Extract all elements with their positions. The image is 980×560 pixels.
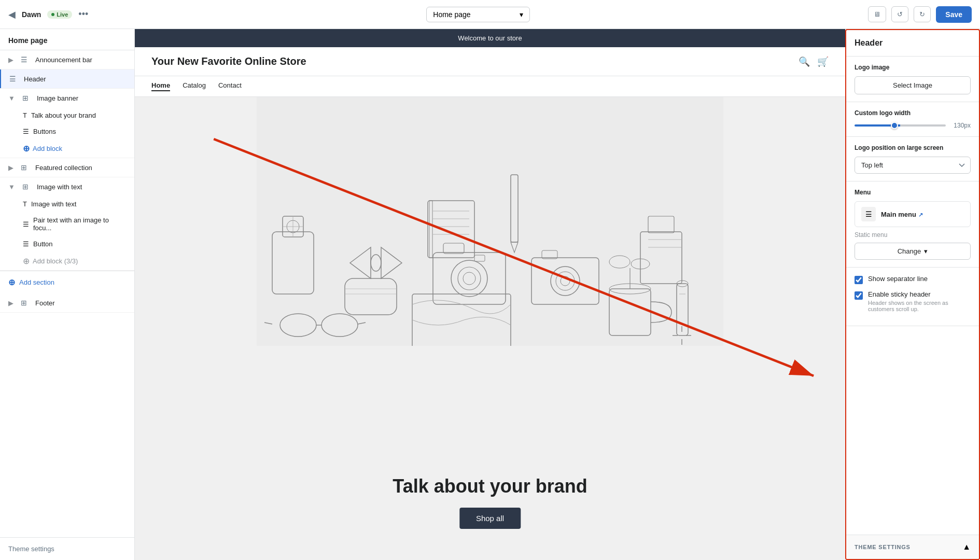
- add-section-button[interactable]: ⊕ Add section: [0, 271, 134, 293]
- sidebar-subitem-buttons[interactable]: ☰ Buttons: [0, 123, 134, 139]
- hero-illustration: [135, 97, 845, 346]
- sidebar-item-image-text[interactable]: ▼ ⊞ Image with text: [0, 177, 134, 196]
- sidebar-featured-label: Featured collection: [35, 164, 92, 172]
- sidebar-subitem-talk[interactable]: T Talk about your brand: [0, 107, 134, 123]
- featured-icon: ⊞: [21, 163, 30, 172]
- cart-icon[interactable]: 🛒: [817, 56, 829, 67]
- grid-icon-header: ☰: [9, 75, 19, 83]
- sidebar-button-label: Button: [33, 240, 53, 248]
- canvas: Welcome to our store Your New Favorite O…: [135, 29, 845, 560]
- sidebar-item-image-banner[interactable]: ▼ ⊞ Image banner: [0, 89, 134, 107]
- hero-section: Talk about your brand Shop all: [135, 97, 845, 560]
- show-separator-checkbox[interactable]: [855, 276, 863, 284]
- store-nav: Home Catalog Contact: [135, 76, 845, 97]
- logo-width-slider[interactable]: [855, 124, 946, 127]
- logo-position-label: Logo position on large screen: [855, 144, 971, 151]
- grid-icon: ☰: [21, 55, 30, 64]
- sidebar-section-featured: ▶ ⊞ Featured collection: [0, 158, 134, 177]
- add-block-disabled-button: ⊕ Add block (3/3): [0, 252, 134, 270]
- chevron-down-change: ▾: [924, 247, 928, 255]
- sidebar-section-image-text: ▼ ⊞ Image with text T Image with text ☰ …: [0, 177, 134, 271]
- topbar-left: ◀ Dawn Live •••: [8, 9, 88, 20]
- sidebar: Home page ▶ ☰ Announcement bar ☰ Header …: [0, 29, 135, 560]
- expand-down-icon-text: ▼: [8, 183, 15, 191]
- panel-title: Header: [846, 30, 979, 57]
- store-header: Your New Favorite Online Store 🔍 🛒: [135, 47, 845, 76]
- sidebar-footer-label: Footer: [35, 299, 55, 307]
- sidebar-section-footer: ▶ ⊞ Footer: [0, 293, 134, 313]
- panel-logo-position-section: Logo position on large screen Top left T…: [846, 137, 979, 181]
- sidebar-image-text-block-label: Image with text: [31, 200, 76, 208]
- buttons-icon: ☰: [23, 128, 29, 135]
- logo-width-value: 130px: [950, 122, 971, 129]
- search-icon[interactable]: 🔍: [799, 56, 810, 67]
- main-menu-info: Main menu ↗: [881, 211, 923, 218]
- save-button[interactable]: Save: [936, 6, 972, 23]
- nav-contact[interactable]: Contact: [218, 81, 242, 91]
- sidebar-item-label: Announcement bar: [35, 56, 92, 64]
- external-link-icon[interactable]: ↗: [918, 212, 923, 218]
- topbar-center: Home page ▾: [426, 7, 530, 22]
- plus-icon: ⊕: [23, 144, 30, 153]
- plus-icon-disabled: ⊕: [23, 256, 30, 266]
- svg-rect-0: [257, 97, 723, 346]
- enable-sticky-checkbox[interactable]: [855, 291, 863, 300]
- desktop-view-button[interactable]: 🖥: [868, 6, 886, 22]
- panel-logo-section: Logo image Select Image: [846, 57, 979, 102]
- add-section-label: Add section: [19, 278, 54, 286]
- list-icon: ☰: [23, 220, 29, 228]
- theme-settings-link[interactable]: Theme settings: [0, 537, 134, 560]
- change-button[interactable]: Change ▾: [855, 243, 971, 260]
- sidebar-image-banner-label: Image banner: [37, 94, 78, 102]
- hero-overlay: Talk about your brand Shop all: [393, 475, 587, 529]
- text-icon2: T: [23, 200, 27, 208]
- back-button[interactable]: ◀: [8, 9, 16, 20]
- footer-icon: ⊞: [21, 299, 30, 307]
- chevron-down-icon: ▾: [520, 10, 523, 19]
- sidebar-image-text-label: Image with text: [37, 183, 82, 191]
- sidebar-header-label: Header: [24, 75, 46, 83]
- sidebar-title: Home page: [0, 29, 134, 50]
- enable-sticky-row: Enable sticky header Header shows on the…: [855, 290, 971, 312]
- more-button[interactable]: •••: [78, 9, 88, 20]
- nav-home[interactable]: Home: [151, 81, 170, 91]
- announcement-text: Welcome to our store: [458, 34, 522, 42]
- theme-settings-bar[interactable]: THEME SETTINGS ▲: [846, 535, 979, 559]
- sidebar-item-header[interactable]: ☰ Header: [0, 69, 134, 88]
- live-label: Live: [57, 11, 68, 18]
- main-menu-name: Main menu ↗: [881, 211, 923, 218]
- sidebar-item-footer[interactable]: ▶ ⊞ Footer: [0, 293, 134, 312]
- select-image-button[interactable]: Select Image: [855, 76, 971, 94]
- live-dot: [51, 13, 54, 16]
- topbar: ◀ Dawn Live ••• Home page ▾ 🖥 ↺ ↻ Save: [0, 0, 980, 29]
- slider-row: 130px: [855, 122, 971, 129]
- sidebar-subitem-image-text-block[interactable]: T Image with text: [0, 196, 134, 212]
- sidebar-item-featured[interactable]: ▶ ⊞ Featured collection: [0, 158, 134, 177]
- add-block-button[interactable]: ⊕ Add block: [0, 139, 134, 158]
- button-icon: ☰: [23, 240, 29, 248]
- sidebar-subitem-button[interactable]: ☰ Button: [0, 236, 134, 252]
- sidebar-subitem-pair-text[interactable]: ☰ Pair text with an image to focu...: [0, 212, 134, 236]
- undo-button[interactable]: ↺: [891, 6, 908, 22]
- main-layout: Home page ▶ ☰ Announcement bar ☰ Header …: [0, 29, 980, 560]
- panel-checkboxes-section: Show separator line Enable sticky header…: [846, 268, 979, 326]
- image-banner-icon: ⊞: [22, 94, 32, 102]
- hero-cta-button[interactable]: Shop all: [459, 508, 521, 529]
- add-block-label: Add block: [33, 145, 62, 152]
- theme-name: Dawn: [22, 10, 41, 19]
- show-separator-label: Show separator line: [868, 275, 928, 283]
- topbar-right: 🖥 ↺ ↻ Save: [868, 6, 972, 23]
- sidebar-item-announcement[interactable]: ▶ ☰ Announcement bar: [0, 50, 134, 69]
- nav-catalog[interactable]: Catalog: [183, 81, 206, 91]
- hero-title: Talk about your brand: [393, 475, 587, 497]
- panel-logo-width-section: Custom logo width 130px: [846, 102, 979, 137]
- show-separator-row: Show separator line: [855, 275, 971, 284]
- redo-button[interactable]: ↻: [914, 6, 931, 22]
- theme-settings-label: THEME SETTINGS: [855, 544, 911, 550]
- page-selector[interactable]: Home page ▾: [426, 7, 530, 22]
- image-text-icon: ⊞: [22, 183, 32, 191]
- enable-sticky-info: Enable sticky header Header shows on the…: [868, 290, 971, 312]
- logo-position-dropdown[interactable]: Top left Top center Middle left Middle c…: [855, 157, 971, 174]
- right-panel: Header Logo image Select Image Custom lo…: [845, 29, 980, 560]
- sidebar-buttons-label: Buttons: [33, 128, 56, 135]
